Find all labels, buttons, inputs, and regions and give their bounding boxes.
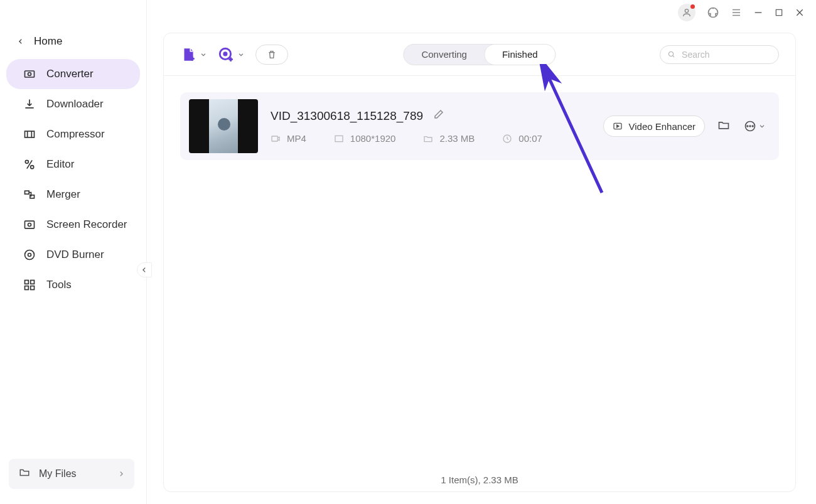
svg-rect-11 xyxy=(25,131,35,137)
titlebar xyxy=(678,0,816,25)
svg-rect-24 xyxy=(31,281,35,284)
add-disc-button[interactable] xyxy=(218,46,244,63)
file-info: VID_31300618_115128_789 MP4 1080*1920 2.… xyxy=(271,109,591,144)
svg-point-40 xyxy=(747,126,748,127)
chevron-right-icon xyxy=(118,468,124,480)
account-button[interactable] xyxy=(678,4,695,21)
svg-point-21 xyxy=(25,250,35,260)
svg-point-1 xyxy=(709,8,718,18)
svg-rect-17 xyxy=(25,191,30,194)
resolution-icon xyxy=(334,134,344,144)
svg-point-14 xyxy=(25,160,28,163)
sidebar-item-label: Tools xyxy=(46,279,72,291)
more-options-button[interactable] xyxy=(744,120,765,132)
toolbar: Converting Finished xyxy=(164,33,795,76)
sidebar-item-downloader[interactable]: Downloader xyxy=(6,89,140,119)
tab-finished[interactable]: Finished xyxy=(484,44,556,65)
svg-point-42 xyxy=(752,126,753,127)
sidebar-item-label: Merger xyxy=(46,188,80,201)
file-thumbnail xyxy=(189,99,258,153)
compressor-icon xyxy=(23,128,36,141)
sidebar: Home Converter Downloader Compressor Edi… xyxy=(0,0,147,504)
sidebar-item-label: DVD Burner xyxy=(46,249,104,261)
menu-icon[interactable] xyxy=(731,7,742,18)
minimize-button[interactable] xyxy=(753,8,763,18)
sidebar-item-tools[interactable]: Tools xyxy=(6,270,140,300)
dvd-burner-icon xyxy=(23,249,36,261)
collapse-sidebar-button[interactable] xyxy=(137,262,152,277)
svg-rect-6 xyxy=(776,9,781,15)
open-folder-button[interactable] xyxy=(717,119,730,134)
size-icon xyxy=(423,134,433,144)
main-panel: Converting Finished VID_31300618_115128_… xyxy=(163,33,796,492)
svg-line-34 xyxy=(673,55,675,57)
file-format: MP4 xyxy=(287,133,306,144)
svg-point-10 xyxy=(28,73,31,76)
home-nav[interactable]: Home xyxy=(0,25,146,59)
svg-point-20 xyxy=(28,223,31,227)
status-tabs: Converting Finished xyxy=(403,44,556,65)
screen-recorder-icon xyxy=(23,218,36,231)
my-files-button[interactable]: My Files xyxy=(9,459,134,489)
search-icon xyxy=(668,50,675,59)
svg-point-15 xyxy=(31,166,34,169)
downloader-icon xyxy=(23,98,36,110)
file-duration: 00:07 xyxy=(518,133,542,144)
sidebar-item-compressor[interactable]: Compressor xyxy=(6,119,140,149)
svg-rect-19 xyxy=(25,221,35,228)
sidebar-item-dvd-burner[interactable]: DVD Burner xyxy=(6,240,140,270)
enhancer-label: Video Enhancer xyxy=(629,121,695,132)
svg-rect-23 xyxy=(25,281,29,284)
svg-line-16 xyxy=(27,160,32,168)
file-resolution: 1080*1920 xyxy=(350,133,396,144)
search-input[interactable] xyxy=(682,50,771,60)
sidebar-item-label: Compressor xyxy=(46,128,105,141)
clear-list-button[interactable] xyxy=(255,45,288,65)
merger-icon xyxy=(23,188,36,201)
svg-point-33 xyxy=(669,51,674,56)
close-button[interactable] xyxy=(795,8,805,18)
home-label: Home xyxy=(34,35,62,48)
video-enhancer-button[interactable]: Video Enhancer xyxy=(603,115,705,137)
clock-icon xyxy=(502,134,512,144)
svg-rect-25 xyxy=(25,286,29,290)
support-icon[interactable] xyxy=(707,6,719,19)
editor-icon xyxy=(23,158,36,171)
svg-rect-26 xyxy=(31,286,35,290)
chevron-left-icon xyxy=(18,35,24,48)
search-box[interactable] xyxy=(660,45,779,64)
video-icon xyxy=(271,134,281,144)
file-size: 2.33 MB xyxy=(439,133,475,144)
sidebar-item-label: Editor xyxy=(46,158,74,171)
file-name: VID_31300618_115128_789 xyxy=(271,109,423,123)
svg-rect-35 xyxy=(272,136,277,141)
rename-icon[interactable] xyxy=(433,109,444,123)
sidebar-item-editor[interactable]: Editor xyxy=(6,149,140,180)
my-files-label: My Files xyxy=(39,468,77,480)
sidebar-item-merger[interactable]: Merger xyxy=(6,180,140,210)
svg-rect-9 xyxy=(25,71,35,77)
file-row[interactable]: VID_31300618_115128_789 MP4 1080*1920 2.… xyxy=(180,92,779,160)
maximize-button[interactable] xyxy=(775,8,783,17)
converter-icon xyxy=(23,68,36,80)
tools-icon xyxy=(23,279,36,291)
sidebar-item-label: Downloader xyxy=(46,98,104,110)
sidebar-item-label: Screen Recorder xyxy=(46,218,127,231)
svg-point-41 xyxy=(749,126,751,127)
sidebar-item-screen-recorder[interactable]: Screen Recorder xyxy=(6,210,140,240)
svg-rect-36 xyxy=(335,136,343,141)
status-bar: 1 Item(s), 2.33 MB xyxy=(164,475,795,485)
svg-point-0 xyxy=(685,9,688,13)
folder-icon xyxy=(19,467,30,481)
enhancer-icon xyxy=(613,121,623,131)
svg-point-22 xyxy=(28,254,31,257)
tab-converting[interactable]: Converting xyxy=(404,45,485,65)
add-file-button[interactable] xyxy=(180,46,207,63)
sidebar-item-label: Converter xyxy=(46,68,94,80)
svg-point-30 xyxy=(224,52,227,55)
sidebar-item-converter[interactable]: Converter xyxy=(6,59,140,89)
